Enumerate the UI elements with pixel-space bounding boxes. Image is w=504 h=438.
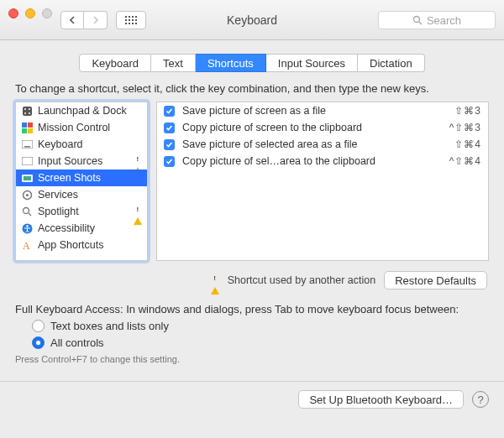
svg-point-4: [29, 108, 30, 110]
shortcut-row[interactable]: Save picture of screen as a file ⇧⌘3: [157, 102, 488, 119]
svg-point-21: [26, 225, 28, 227]
titlebar: Keyboard Search: [0, 0, 504, 40]
svg-point-17: [26, 194, 29, 196]
svg-line-19: [29, 213, 31, 216]
svg-point-3: [24, 108, 26, 110]
mission-control-icon: [21, 122, 33, 133]
shortcut-label: Copy picture of screen to the clipboard: [182, 122, 442, 133]
fka-option-all-controls[interactable]: All controls: [32, 336, 489, 349]
bluetooth-keyboard-button[interactable]: Set Up Bluetooth Keyboard…: [298, 390, 464, 409]
category-launchpad[interactable]: Launchpad & Dock: [16, 102, 147, 119]
help-button[interactable]: ?: [472, 391, 489, 408]
back-button[interactable]: [60, 11, 84, 29]
svg-rect-12: [24, 146, 30, 148]
window-controls: [8, 8, 52, 18]
category-screen-shots[interactable]: Screen Shots: [16, 169, 147, 186]
radio-button[interactable]: [32, 320, 45, 332]
spotlight-icon: [21, 206, 33, 217]
svg-rect-10: [28, 128, 33, 133]
tab-input-sources[interactable]: Input Sources: [266, 54, 358, 72]
shortcut-list[interactable]: Save picture of screen as a file ⇧⌘3 Cop…: [156, 102, 489, 261]
zoom-icon: [42, 8, 52, 18]
conflict-note: Shortcut used by another action: [228, 274, 376, 286]
svg-point-18: [24, 208, 29, 214]
keyboard-icon: [21, 138, 33, 150]
category-mission-control[interactable]: Mission Control: [16, 119, 147, 136]
forward-button: [84, 11, 108, 29]
shortcut-row[interactable]: Copy picture of screen to the clipboard …: [157, 119, 488, 136]
svg-rect-13: [22, 157, 33, 165]
input-sources-icon: [21, 155, 33, 167]
shortcut-keys[interactable]: ⇧⌘3: [454, 105, 481, 117]
nav-buttons: [60, 11, 108, 29]
checkbox[interactable]: [164, 139, 175, 150]
svg-point-0: [413, 17, 419, 23]
minimize-icon[interactable]: [25, 8, 35, 18]
svg-rect-15: [24, 176, 31, 180]
shortcut-keys[interactable]: ^⇧⌘3: [449, 122, 481, 133]
tab-dictation[interactable]: Dictation: [358, 54, 425, 72]
svg-point-5: [24, 112, 26, 114]
restore-defaults-button[interactable]: Restore Defaults: [384, 271, 487, 289]
warning-icon: [211, 274, 219, 287]
shortcut-keys[interactable]: ^⇧⌘4: [449, 155, 481, 167]
category-app-shortcuts[interactable]: A App Shortcuts: [16, 237, 147, 253]
category-input-sources[interactable]: Input Sources: [16, 153, 147, 169]
services-icon: [21, 189, 33, 201]
search-icon: [412, 15, 423, 25]
search-placeholder: Search: [427, 14, 461, 27]
radio-button[interactable]: [32, 336, 45, 349]
tab-text[interactable]: Text: [151, 54, 196, 72]
shortcut-keys[interactable]: ⇧⌘4: [454, 138, 481, 150]
show-all-button[interactable]: [116, 11, 146, 29]
checkbox[interactable]: [164, 106, 175, 117]
checkbox[interactable]: [164, 123, 175, 133]
warning-icon: [134, 206, 142, 217]
fka-option-text-boxes[interactable]: Text boxes and lists only: [32, 320, 489, 332]
tabbar: Keyboard Text Shortcuts Input Sources Di…: [15, 54, 489, 72]
close-icon[interactable]: [8, 8, 18, 18]
launchpad-icon: [21, 105, 33, 117]
category-accessibility[interactable]: Accessibility: [16, 220, 147, 237]
shortcut-row[interactable]: Save picture of selected area as a file …: [157, 136, 488, 153]
footer: Set Up Bluetooth Keyboard… ?: [0, 381, 504, 417]
svg-rect-2: [23, 107, 32, 116]
accessibility-icon: [21, 222, 33, 234]
tab-keyboard[interactable]: Keyboard: [79, 54, 151, 72]
svg-rect-9: [22, 128, 27, 133]
shortcut-label: Save picture of selected area as a file: [182, 138, 447, 150]
app-shortcuts-icon: A: [21, 239, 33, 251]
search-input[interactable]: Search: [378, 11, 496, 29]
category-services[interactable]: Services: [16, 186, 147, 203]
shortcut-label: Copy picture of sel…area to the clipboar…: [182, 155, 442, 167]
fka-hint: Press Control+F7 to change this setting.: [15, 354, 489, 364]
screenshot-icon: [21, 172, 33, 184]
svg-line-1: [419, 22, 422, 24]
category-spotlight[interactable]: Spotlight: [16, 203, 147, 220]
instruction-text: To change a shortcut, select it, click t…: [15, 82, 489, 95]
checkbox[interactable]: [164, 156, 175, 167]
category-list[interactable]: Launchpad & Dock Mission Control Keyboar…: [15, 102, 148, 261]
shortcut-row[interactable]: Copy picture of sel…area to the clipboar…: [157, 153, 488, 169]
warning-icon: [134, 155, 142, 167]
svg-rect-7: [22, 123, 27, 128]
fka-heading: Full Keyboard Access: In windows and dia…: [15, 303, 489, 315]
svg-rect-8: [28, 123, 33, 128]
svg-point-6: [29, 112, 30, 114]
tab-shortcuts[interactable]: Shortcuts: [196, 54, 266, 72]
category-keyboard[interactable]: Keyboard: [16, 136, 147, 153]
shortcut-label: Save picture of screen as a file: [182, 105, 447, 117]
svg-text:A: A: [23, 240, 30, 251]
